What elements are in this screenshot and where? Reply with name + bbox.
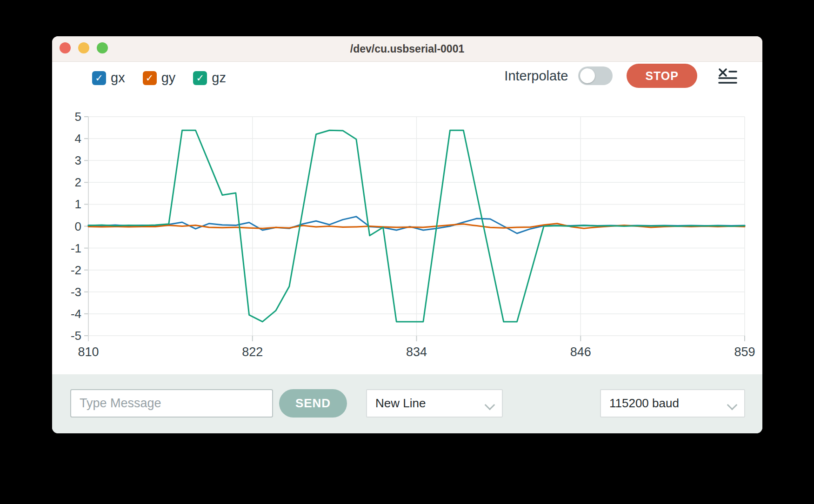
legend-checkbox-gy[interactable]: ✓ bbox=[143, 71, 157, 85]
legend-label-gz: gz bbox=[212, 70, 226, 86]
y-tick-label: 0 bbox=[75, 219, 81, 233]
y-tick-label: 5 bbox=[75, 110, 81, 124]
stop-button[interactable]: STOP bbox=[627, 64, 697, 88]
legend-item-gz[interactable]: ✓ gz bbox=[193, 70, 226, 86]
clear-scrollback-icon[interactable] bbox=[718, 67, 737, 84]
x-tick-label: 859 bbox=[734, 345, 755, 359]
y-tick-label: -2 bbox=[71, 263, 81, 277]
toggle-knob-icon bbox=[580, 68, 595, 83]
y-tick-label: -4 bbox=[71, 307, 81, 321]
toolbar: Interpolate STOP bbox=[504, 64, 737, 88]
legend-checkbox-gx[interactable]: ✓ bbox=[92, 71, 106, 85]
legend-label-gx: gx bbox=[111, 70, 125, 86]
serial-plotter-window: /dev/cu.usbserial-0001 ✓ gx ✓ gy ✓ gz In… bbox=[52, 36, 762, 433]
y-tick-label: -3 bbox=[71, 285, 81, 299]
interpolate-toggle[interactable] bbox=[578, 66, 613, 85]
chart: 543210-1-2-3-4-5810822834846859 bbox=[52, 36, 762, 433]
y-tick-label: 3 bbox=[75, 153, 81, 167]
interpolate-label: Interpolate bbox=[504, 68, 568, 84]
legend-item-gx[interactable]: ✓ gx bbox=[92, 70, 125, 86]
legend-item-gy[interactable]: ✓ gy bbox=[143, 70, 176, 86]
y-tick-label: 4 bbox=[75, 132, 81, 146]
y-tick-label: -5 bbox=[71, 329, 81, 343]
x-tick-label: 810 bbox=[78, 345, 99, 359]
legend-label-gy: gy bbox=[161, 70, 176, 86]
legend-checkbox-gz[interactable]: ✓ bbox=[193, 71, 207, 85]
x-tick-label: 822 bbox=[242, 345, 263, 359]
x-tick-label: 846 bbox=[570, 345, 591, 359]
y-tick-label: 1 bbox=[75, 197, 81, 211]
y-tick-label: -1 bbox=[71, 241, 81, 255]
series-legend: ✓ gx ✓ gy ✓ gz bbox=[92, 70, 226, 86]
y-tick-label: 2 bbox=[75, 175, 81, 189]
x-tick-label: 834 bbox=[406, 345, 427, 359]
